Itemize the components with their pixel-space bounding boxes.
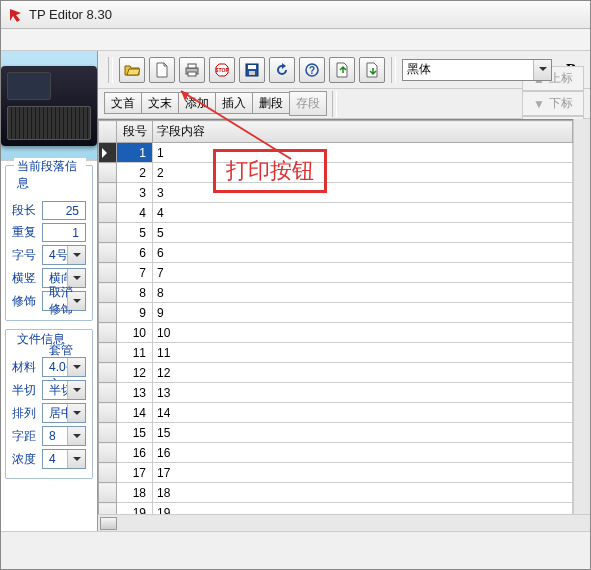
segment-content-cell[interactable]: 11 [153, 343, 573, 363]
segment-number-cell[interactable]: 9 [117, 303, 153, 323]
table-row[interactable]: 1212 [99, 363, 573, 383]
segment-content-cell[interactable]: 12 [153, 363, 573, 383]
segment-number-cell[interactable]: 16 [117, 443, 153, 463]
table-row[interactable]: 1515 [99, 423, 573, 443]
row-header[interactable] [99, 303, 117, 323]
table-row[interactable]: 1818 [99, 483, 573, 503]
vertical-scrollbar[interactable] [573, 119, 590, 514]
data-grid[interactable]: 段号 字段内容 11223344556677889910101111121213… [98, 119, 573, 514]
segment-number-cell[interactable]: 5 [117, 223, 153, 243]
stop-button[interactable]: STOP [209, 57, 235, 83]
toolbar-chip-文末[interactable]: 文末 [141, 92, 179, 114]
text-input[interactable]: 25 [42, 201, 86, 220]
table-row[interactable]: 22 [99, 163, 573, 183]
new-button[interactable] [149, 57, 175, 83]
row-header[interactable] [99, 183, 117, 203]
segment-content-cell[interactable]: 16 [153, 443, 573, 463]
table-row[interactable]: 88 [99, 283, 573, 303]
row-header[interactable] [99, 483, 117, 503]
segment-content-cell[interactable]: 10 [153, 323, 573, 343]
table-row[interactable]: 1313 [99, 383, 573, 403]
segment-number-cell[interactable]: 2 [117, 163, 153, 183]
help-button[interactable]: ? [299, 57, 325, 83]
segment-number-cell[interactable]: 3 [117, 183, 153, 203]
export-button[interactable] [329, 57, 355, 83]
row-header[interactable] [99, 283, 117, 303]
column-header-content[interactable]: 字段内容 [153, 121, 573, 143]
row-header[interactable] [99, 503, 117, 515]
row-header[interactable] [99, 203, 117, 223]
table-corner[interactable] [99, 121, 117, 143]
segment-content-cell[interactable]: 1 [153, 143, 573, 163]
table-row[interactable]: 44 [99, 203, 573, 223]
table-row[interactable]: 1010 [99, 323, 573, 343]
table-row[interactable]: 1919 [99, 503, 573, 515]
select-input[interactable]: 8 [42, 426, 86, 446]
segment-content-cell[interactable]: 7 [153, 263, 573, 283]
open-button[interactable] [119, 57, 145, 83]
row-header[interactable] [99, 403, 117, 423]
segment-number-cell[interactable]: 15 [117, 423, 153, 443]
select-input[interactable]: 半切 [42, 380, 86, 400]
segment-content-cell[interactable]: 15 [153, 423, 573, 443]
print-button[interactable] [179, 57, 205, 83]
segment-number-cell[interactable]: 4 [117, 203, 153, 223]
segment-number-cell[interactable]: 6 [117, 243, 153, 263]
table-row[interactable]: 1717 [99, 463, 573, 483]
segment-content-cell[interactable]: 2 [153, 163, 573, 183]
segment-number-cell[interactable]: 11 [117, 343, 153, 363]
column-header-segment[interactable]: 段号 [117, 121, 153, 143]
table-row[interactable]: 1111 [99, 343, 573, 363]
segment-number-cell[interactable]: 19 [117, 503, 153, 515]
save-segment-button[interactable]: 存段 [289, 91, 327, 116]
table-row[interactable]: 66 [99, 243, 573, 263]
table-row[interactable]: 1414 [99, 403, 573, 423]
toolbar-chip-添加[interactable]: 添加 [178, 92, 216, 114]
row-header[interactable] [99, 263, 117, 283]
table-row[interactable]: 99 [99, 303, 573, 323]
row-header[interactable] [99, 223, 117, 243]
segment-content-cell[interactable]: 6 [153, 243, 573, 263]
row-header[interactable] [99, 143, 117, 163]
row-header[interactable] [99, 323, 117, 343]
segment-content-cell[interactable]: 5 [153, 223, 573, 243]
row-header[interactable] [99, 343, 117, 363]
select-input[interactable]: 套管 4.0平方 [42, 357, 86, 377]
segment-content-cell[interactable]: 14 [153, 403, 573, 423]
select-input[interactable]: 4号 [42, 245, 86, 265]
table-row[interactable]: 1616 [99, 443, 573, 463]
segment-number-cell[interactable]: 7 [117, 263, 153, 283]
row-header[interactable] [99, 363, 117, 383]
segment-content-cell[interactable]: 9 [153, 303, 573, 323]
row-header[interactable] [99, 443, 117, 463]
text-input[interactable]: 1 [42, 223, 86, 242]
horizontal-scrollbar[interactable] [98, 514, 590, 531]
segment-content-cell[interactable]: 17 [153, 463, 573, 483]
import-button[interactable] [359, 57, 385, 83]
row-header[interactable] [99, 423, 117, 443]
toolbar-chip-插入[interactable]: 插入 [215, 92, 253, 114]
segment-number-cell[interactable]: 12 [117, 363, 153, 383]
segment-number-cell[interactable]: 18 [117, 483, 153, 503]
table-row[interactable]: 33 [99, 183, 573, 203]
toolbar-chip-下标[interactable]: ▼下标 [522, 91, 584, 116]
segment-content-cell[interactable]: 13 [153, 383, 573, 403]
toolbar-chip-删段[interactable]: 删段 [252, 92, 290, 114]
row-header[interactable] [99, 163, 117, 183]
refresh-button[interactable] [269, 57, 295, 83]
select-input[interactable]: 4 [42, 449, 86, 469]
segment-content-cell[interactable]: 19 [153, 503, 573, 515]
segment-number-cell[interactable]: 17 [117, 463, 153, 483]
save-button[interactable] [239, 57, 265, 83]
segment-number-cell[interactable]: 14 [117, 403, 153, 423]
row-header[interactable] [99, 463, 117, 483]
segment-content-cell[interactable]: 8 [153, 283, 573, 303]
segment-content-cell[interactable]: 18 [153, 483, 573, 503]
segment-number-cell[interactable]: 1 [117, 143, 153, 163]
row-header[interactable] [99, 383, 117, 403]
segment-number-cell[interactable]: 13 [117, 383, 153, 403]
font-select[interactable]: 黑体 [402, 59, 552, 81]
row-header[interactable] [99, 243, 117, 263]
segment-number-cell[interactable]: 10 [117, 323, 153, 343]
segment-content-cell[interactable]: 3 [153, 183, 573, 203]
